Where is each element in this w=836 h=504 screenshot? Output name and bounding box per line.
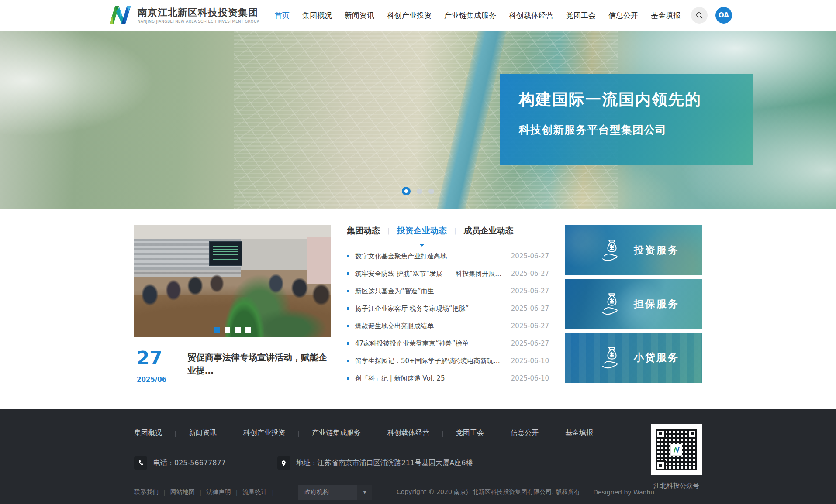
logo-link[interactable]: 南京江北新区科技投资集团 NANJING JIANGBEI NEW AREA S… <box>108 5 259 25</box>
footer-nav-link[interactable]: 信息公开 <box>511 429 539 438</box>
designed-by-text: Designed by Wanhu <box>593 489 654 496</box>
service-card-invest[interactable]: 投资服务 <box>565 225 702 275</box>
hero-carousel-dot[interactable] <box>428 189 434 194</box>
featured-carousel-dots <box>134 327 331 333</box>
footer-nav-link[interactable]: 基金填报 <box>565 429 593 438</box>
nav-item[interactable]: 首页 <box>275 10 290 21</box>
news-date: 2025-06-10 <box>511 357 549 365</box>
hero-slogan-line1: 构建国际一流国内领先的 <box>519 89 753 110</box>
news-title-link[interactable]: 47家科投被投企业荣登南京“神兽”榜单 <box>355 339 504 348</box>
money-bag-icon <box>600 346 624 370</box>
chevron-down-icon: ▼ <box>363 490 366 494</box>
footer-nav-link[interactable]: 新闻资讯 <box>189 429 217 438</box>
footer-nav: 集团概况 新闻资讯 科创产业投资 产业链集成服务 <box>134 409 702 438</box>
news-tab[interactable]: 成员企业动态 <box>463 225 513 237</box>
utility-link-separator: | <box>272 489 274 496</box>
gov-select-value: 政府机构 <box>304 488 329 496</box>
qr-center-logo-icon <box>670 444 682 456</box>
news-section: 集团动态 | 投资企业动态 | 成员企业动态 数字文化基金聚焦产业打造高 <box>347 225 549 409</box>
news-title-link[interactable]: 筑牢安全防线 护航“双节”发展——科投集团开展“... <box>355 270 504 278</box>
footer-nav-link[interactable]: 科创载体经营 <box>387 429 429 438</box>
oa-button[interactable]: OA <box>715 7 732 24</box>
qr-finder-icon <box>656 429 666 439</box>
copyright-text: Copyright © 2020 南京江北新区科技投资集团有限公司. 版权所有 <box>397 488 580 496</box>
nav-item[interactable]: 科创产业投资 <box>387 10 432 21</box>
gov-links-select[interactable]: 政府机构 ▼ <box>298 485 372 500</box>
tab-separator: | <box>454 227 456 234</box>
footer-link-separator <box>552 431 552 437</box>
address-group: 地址：江苏省南京市浦口区浦滨路211号基因大厦A座6楼 <box>277 456 473 470</box>
featured-carousel-dot[interactable] <box>225 327 230 333</box>
featured-date: 27 2025/06 <box>134 349 173 384</box>
footer-link-separator <box>230 431 230 437</box>
footer-nav-link[interactable]: 集团概况 <box>134 429 162 438</box>
footer-utility-links: 联系我们 | 网站地图 | 法律声明 | 流量统计 <box>134 488 279 496</box>
hero-carousel-dots <box>0 187 836 195</box>
footer-contact: 电话：025-56677877 地址：江苏省南京市浦口区浦滨路211号基因大厦A… <box>134 456 702 470</box>
phone-group: 电话：025-56677877 <box>134 456 226 470</box>
featured-title-link[interactable]: 贸促商事法律专场宣讲活动，赋能企业提… <box>173 351 331 384</box>
footer-nav-link[interactable]: 党团工会 <box>456 429 484 438</box>
service-label: 小贷服务 <box>634 351 679 364</box>
nav-item[interactable]: 产业链集成服务 <box>444 10 496 21</box>
hero-carousel-dot[interactable] <box>417 189 422 194</box>
news-title-link[interactable]: 新区这只基金为“智造”而生 <box>355 287 504 295</box>
news-title-link[interactable]: 扬子江企业家客厅 税务专家现场“把脉” <box>355 305 504 313</box>
location-icon-box <box>277 456 290 470</box>
service-card-guarantee[interactable]: 担保服务 <box>565 279 702 329</box>
news-title-link[interactable]: 留学生探园记：50+国际学子解锁跨境电商新玩法！ <box>355 357 504 365</box>
footer-address: 地址：江苏省南京市浦口区浦滨路211号基因大厦A座6楼 <box>297 459 473 468</box>
news-title-link[interactable]: 数字文化基金聚焦产业打造高地 <box>355 252 504 261</box>
nav-list: 首页 集团概况 新闻资讯 科创产业投资 产业链集成服务 科创载体经营 党团工会 … <box>262 10 681 21</box>
hero-slogan-line2: 科技创新服务平台型集团公司 <box>519 123 753 137</box>
search-button[interactable] <box>691 7 708 24</box>
qr-finder-icon <box>687 429 697 439</box>
nav-item[interactable]: 集团概况 <box>302 10 332 21</box>
footer-utility-link[interactable]: 网站地图 <box>170 488 195 496</box>
bullet-icon <box>347 255 349 257</box>
nav-item[interactable]: 信息公开 <box>608 10 638 21</box>
phone-icon <box>138 460 144 466</box>
bullet-icon <box>347 377 349 380</box>
logo-text: 南京江北新区科技投资集团 NANJING JIANGBEI NEW AREA S… <box>138 7 259 23</box>
phone-icon-box <box>134 456 147 470</box>
footer-nav-link[interactable]: 产业链集成服务 <box>312 429 361 438</box>
featured-carousel-dot[interactable] <box>245 327 251 333</box>
nav-item[interactable]: 新闻资讯 <box>345 10 374 21</box>
news-tab[interactable]: 集团动态 <box>347 225 380 237</box>
news-list-item: 47家科投被投企业荣登南京“神兽”榜单 2025-06-27 <box>347 335 549 352</box>
news-list-item: 留学生探园记：50+国际学子解锁跨境电商新玩法！ 2025-06-10 <box>347 352 549 370</box>
select-arrow-box[interactable]: ▼ <box>357 485 372 500</box>
service-label: 投资服务 <box>634 243 679 257</box>
footer-link-separator <box>298 431 299 437</box>
footer-link-separator <box>175 431 176 437</box>
footer-utility-link[interactable]: 联系我们 <box>134 488 159 496</box>
nav-item[interactable]: 党团工会 <box>566 10 596 21</box>
footer-utility-link[interactable]: 法律声明 <box>206 488 231 496</box>
bullet-icon <box>347 307 349 310</box>
hero-banner: 构建国际一流国内领先的 科技创新服务平台型集团公司 <box>0 31 836 209</box>
featured-news-image[interactable] <box>134 225 331 337</box>
news-title-link[interactable]: 创「科」纪 | 新闻速递 Vol. 25 <box>355 374 504 383</box>
utility-link-separator: | <box>235 489 238 496</box>
utility-link-separator: | <box>163 489 166 496</box>
featured-carousel-dot[interactable] <box>235 327 241 333</box>
featured-info: 27 2025/06 贸促商事法律专场宣讲活动，赋能企业提… <box>134 349 331 384</box>
service-card-loan[interactable]: 小贷服务 <box>565 333 702 383</box>
service-label: 担保服务 <box>634 297 679 311</box>
news-title-link[interactable]: 爆款诞生地交出亮眼成绩单 <box>355 322 504 330</box>
featured-news: 27 2025/06 贸促商事法律专场宣讲活动，赋能企业提… <box>134 225 331 409</box>
news-list-item: 新区这只基金为“智造”而生 2025-06-27 <box>347 282 549 300</box>
hero-carousel-dot[interactable] <box>402 187 411 195</box>
main-nav: 首页 集团概况 新闻资讯 科创产业投资 产业链集成服务 科创载体经营 党团工会 … <box>262 7 732 24</box>
footer-utility-link[interactable]: 流量统计 <box>242 488 267 496</box>
tab-separator: | <box>387 227 390 234</box>
service-row: 担保服务 <box>600 292 679 316</box>
nav-item[interactable]: 基金填报 <box>651 10 681 21</box>
bullet-icon <box>347 290 349 292</box>
footer-nav-link[interactable]: 科创产业投资 <box>243 429 285 438</box>
footer-link-separator <box>374 431 374 437</box>
news-tab[interactable]: 投资企业动态 <box>397 225 447 237</box>
nav-item[interactable]: 科创载体经营 <box>509 10 553 21</box>
featured-carousel-dot[interactable] <box>214 327 220 333</box>
